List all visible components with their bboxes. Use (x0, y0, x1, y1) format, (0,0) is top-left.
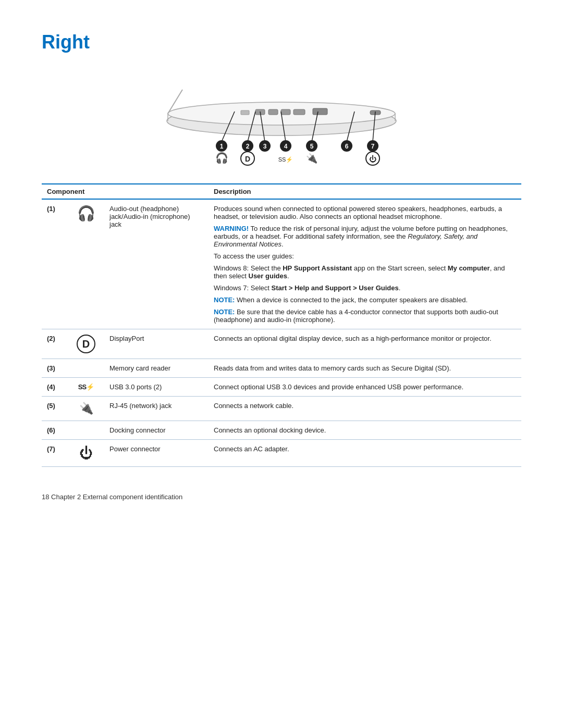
desc-access: To access the user guides: (214, 252, 516, 260)
desc-win8: Windows 8: Select the HP Support Assista… (214, 264, 516, 280)
row-num-1: (1) (42, 199, 68, 329)
row-desc-5: Connects a network cable. (209, 397, 521, 421)
row-name-5: RJ-45 (network) jack (104, 397, 209, 421)
footer-text: 18 Chapter 2 External component identifi… (42, 493, 182, 501)
desc-note-2: NOTE: Be sure that the device cable has … (214, 308, 516, 324)
laptop-diagram-area: 1 2 3 4 5 6 7 🎧 D SS⚡ 🔌 (42, 69, 521, 168)
row-icon-2: D (68, 329, 104, 359)
svg-text:2: 2 (246, 143, 250, 150)
svg-text:D: D (245, 155, 250, 163)
svg-rect-9 (313, 108, 327, 115)
row-name-2: DisplayPort (104, 329, 209, 359)
row-desc-4: Connect optional USB 3.0 devices and pro… (209, 378, 521, 397)
warning-label: WARNING! (214, 225, 249, 232)
row-icon-7: ⏻ (68, 440, 104, 467)
svg-text:5: 5 (310, 143, 314, 150)
bold-text: HP Support Assistant (283, 264, 352, 272)
italic-text: Regulatory, Safety, and Environmental No… (214, 232, 478, 248)
row-desc-6: Connects an optional docking device. (209, 421, 521, 440)
row-name-7: Power connector (104, 440, 209, 467)
component-table: Component Description (1) 🎧 Audio-out (h… (42, 183, 521, 467)
header-description: Description (209, 184, 521, 199)
table-row: (3) Memory card reader Reads data from a… (42, 359, 521, 378)
svg-text:SS⚡: SS⚡ (278, 156, 293, 163)
bold-text: My computer (448, 264, 490, 272)
table-header-row: Component Description (42, 184, 521, 199)
row-num-6: (6) (42, 421, 68, 440)
table-row: (4) SS⚡ USB 3.0 ports (2) Connect option… (42, 378, 521, 397)
row-icon-5: 🔌 (68, 397, 104, 421)
svg-text:🔌: 🔌 (306, 153, 318, 164)
svg-rect-7 (281, 109, 290, 115)
svg-rect-6 (268, 109, 278, 115)
svg-rect-8 (293, 109, 305, 115)
page-title: Right (42, 31, 521, 53)
row-icon-6 (68, 421, 104, 440)
svg-text:7: 7 (371, 143, 375, 150)
svg-text:3: 3 (263, 143, 267, 150)
svg-text:🎧: 🎧 (215, 152, 228, 164)
row-icon-3 (68, 359, 104, 378)
desc-win7: Windows 7: Select Start > Help and Suppo… (214, 284, 516, 292)
desc-text: Produces sound when connected to optiona… (214, 205, 516, 220)
row-num-7: (7) (42, 440, 68, 467)
row-name-4: USB 3.0 ports (2) (104, 378, 209, 397)
power-icon: ⏻ (79, 445, 93, 461)
table-row: (6) Docking connector Connects an option… (42, 421, 521, 440)
desc-warning-1: WARNING! To reduce the risk of personal … (214, 225, 516, 248)
svg-text:4: 4 (284, 143, 288, 150)
table-row: (5) 🔌 RJ-45 (network) jack Connects a ne… (42, 397, 521, 421)
usb3-icon: SS⚡ (78, 383, 94, 391)
footer: 18 Chapter 2 External component identifi… (42, 488, 521, 501)
table-row: (2) D DisplayPort Connects an optional d… (42, 329, 521, 359)
headphone-icon: 🎧 (77, 205, 95, 221)
row-desc-2: Connects an optional digital display dev… (209, 329, 521, 359)
row-name-1: Audio-out (headphone) jack/Audio-in (mic… (104, 199, 209, 329)
note-label-2: NOTE: (214, 308, 235, 316)
bold-text: Start > Help and Support > User Guides (272, 284, 399, 292)
bold-text: User guides (249, 272, 287, 280)
row-desc-7: Connects an AC adapter. (209, 440, 521, 467)
note-label: NOTE: (214, 296, 235, 304)
row-name-3: Memory card reader (104, 359, 209, 378)
row-num-4: (4) (42, 378, 68, 397)
laptop-diagram-svg: 1 2 3 4 5 6 7 🎧 D SS⚡ 🔌 (151, 69, 412, 168)
svg-text:⏻: ⏻ (369, 155, 376, 163)
row-num-2: (2) (42, 329, 68, 359)
row-num-3: (3) (42, 359, 68, 378)
row-desc-1: Produces sound when connected to optiona… (209, 199, 521, 329)
row-icon-1: 🎧 (68, 199, 104, 329)
desc-note-1: NOTE: When a device is connected to the … (214, 296, 516, 304)
row-name-6: Docking connector (104, 421, 209, 440)
svg-text:6: 6 (345, 143, 349, 150)
svg-text:1: 1 (220, 143, 224, 150)
row-num-5: (5) (42, 397, 68, 421)
table-row: (1) 🎧 Audio-out (headphone) jack/Audio-i… (42, 199, 521, 329)
header-component: Component (42, 184, 209, 199)
row-icon-4: SS⚡ (68, 378, 104, 397)
table-row: (7) ⏻ Power connector Connects an AC ada… (42, 440, 521, 467)
svg-rect-11 (241, 110, 249, 115)
rj45-icon: 🔌 (79, 402, 93, 415)
displayport-icon: D (77, 335, 95, 353)
row-desc-3: Reads data from and writes data to memor… (209, 359, 521, 378)
